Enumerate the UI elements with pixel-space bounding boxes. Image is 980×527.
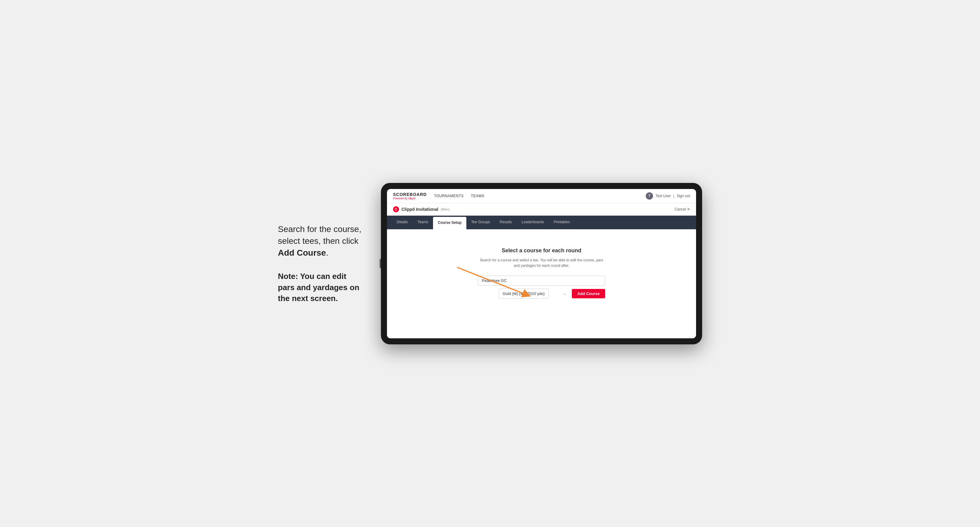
tablet-side-button [380, 259, 381, 268]
cancel-button[interactable]: Cancel ✕ [675, 207, 690, 211]
tournaments-link[interactable]: TOURNAMENTS [434, 194, 464, 198]
instruction-panel: Search for the course, select tees, then… [278, 223, 363, 304]
tab-teams[interactable]: Teams [413, 216, 433, 229]
instruction-text-end: . [326, 248, 328, 257]
top-nav: SCOREBOARD Powered by clippd TOURNAMENTS… [387, 189, 696, 203]
course-section: Select a course for each round Search fo… [478, 248, 605, 298]
tournament-title: C Clippd Invitational (Men) [393, 206, 449, 212]
add-course-button[interactable]: Add Course [572, 289, 605, 298]
tab-printables[interactable]: Printables [549, 216, 574, 229]
main-content: Select a course for each round Search fo… [387, 229, 696, 338]
brand-title: SCOREBOARD [393, 192, 427, 197]
tournament-name: Clippd Invitational [401, 207, 438, 212]
tee-row: Gold (M) (M) (7010 yds) Add Course [478, 289, 605, 298]
tab-details[interactable]: Details [392, 216, 413, 229]
tab-results[interactable]: Results [495, 216, 517, 229]
top-nav-links: TOURNAMENTS TEAMS [434, 194, 484, 198]
instruction-main: Search for the course, select tees, then… [278, 223, 363, 259]
tablet-screen: SCOREBOARD Powered by clippd TOURNAMENTS… [387, 189, 696, 338]
tablet-frame: SCOREBOARD Powered by clippd TOURNAMENTS… [381, 183, 702, 344]
section-title: Select a course for each round [478, 248, 605, 254]
tee-select[interactable]: Gold (M) (M) (7010 yds) [499, 289, 549, 298]
nav-separator: | [673, 194, 674, 198]
instruction-text-1: Search for the course, select tees, then… [278, 224, 361, 246]
tab-leaderboards[interactable]: Leaderboards [517, 216, 549, 229]
sign-out-link[interactable]: Sign out [677, 194, 690, 198]
top-nav-left: SCOREBOARD Powered by clippd TOURNAMENTS… [393, 192, 484, 200]
page-wrapper: Search for the course, select tees, then… [278, 183, 702, 344]
tab-tee-groups[interactable]: Tee Groups [466, 216, 495, 229]
tab-course-setup[interactable]: Course Setup [433, 217, 466, 229]
user-avatar: T [646, 192, 653, 200]
tournament-badge: (Men) [441, 208, 449, 211]
teams-link[interactable]: TEAMS [471, 194, 484, 198]
instruction-note: Note: You can edit pars and yardages on … [278, 271, 363, 304]
instruction-bold: Add Course [278, 248, 326, 257]
top-nav-right: T Test User | Sign out [646, 192, 690, 200]
tournament-header: C Clippd Invitational (Men) Cancel ✕ [387, 203, 696, 216]
brand: SCOREBOARD Powered by clippd [393, 192, 427, 200]
course-search-input[interactable] [478, 276, 605, 286]
user-name: Test User [655, 194, 671, 198]
brand-sub: Powered by clippd [393, 197, 427, 200]
section-description: Search for a course and select a tee. Yo… [478, 257, 605, 268]
tee-select-wrapper: Gold (M) (M) (7010 yds) [478, 289, 570, 298]
tab-bar: Details Teams Course Setup Tee Groups Re… [387, 216, 696, 229]
tournament-logo: C [393, 206, 399, 212]
